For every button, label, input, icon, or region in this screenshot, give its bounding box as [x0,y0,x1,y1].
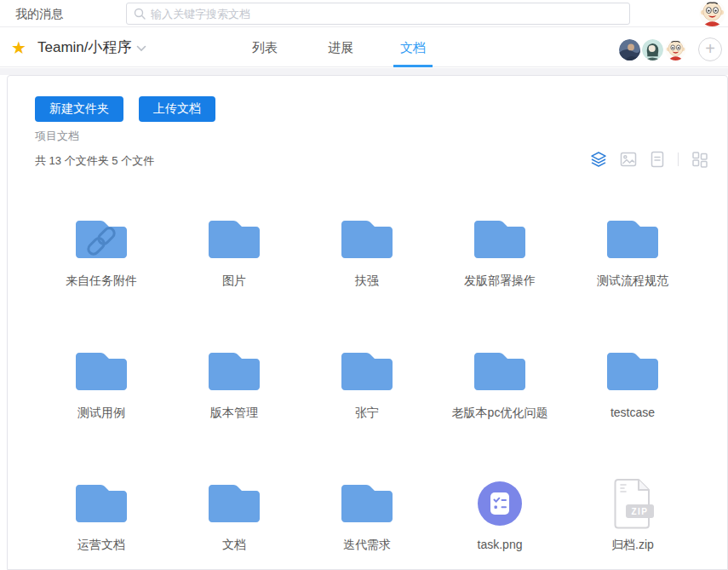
folder-item[interactable]: 图片 [168,216,301,348]
folder-item[interactable]: 文档 [168,480,301,570]
member-avatar[interactable] [618,38,641,61]
current-user-avatar[interactable] [699,0,725,26]
folder-item[interactable]: 版本管理 [168,348,301,480]
folder-item[interactable]: 测试流程规范 [566,216,699,348]
item-label: 图片 [222,273,246,288]
folder-item[interactable]: testcase [566,348,699,480]
folder-icon [340,216,394,263]
folder-item[interactable]: 老版本pc优化问题 [433,348,566,480]
folder-icon [605,348,660,395]
folder-item[interactable]: 迭代需求 [301,480,433,570]
folder-icon [340,480,394,527]
folder-item[interactable]: 来自任务附件 [35,216,168,348]
item-label: 测试用例 [77,405,125,420]
item-label: 版本管理 [210,405,258,420]
layers-icon[interactable] [590,151,607,168]
add-member-button[interactable]: + [698,37,722,61]
folder-icon [473,348,527,395]
item-label: 张宁 [355,405,379,420]
member-avatar[interactable] [664,38,687,61]
my-messages-link[interactable]: 我的消息 [15,0,63,27]
item-label: 发版部署操作 [464,273,536,288]
item-label: 运营文档 [77,537,125,552]
document-filter-icon[interactable] [650,151,665,168]
upload-document-button[interactable]: 上传文档 [139,96,215,122]
linked-folder-icon [74,216,129,263]
top-message-bar: 我的消息 [0,0,728,27]
item-label: 归档.zip [611,537,654,552]
folder-item[interactable]: 发版部署操作 [433,216,566,348]
folder-icon [74,480,129,527]
folder-icon [340,348,394,395]
documents-panel: 新建文件夹 上传文档 项目文档 共 13 个文件夹 5 个文件 来自任务附件 图… [7,75,728,570]
folder-icon [74,348,129,395]
svg-text:ZIP: ZIP [631,507,648,516]
item-label: 迭代需求 [343,537,391,552]
folder-icon [207,480,261,527]
folder-icon [605,216,660,263]
folder-file-count: 共 13 个文件夹 5 个文件 [35,153,154,169]
page-background-strip [0,68,728,75]
divider [678,153,679,166]
image-filter-icon[interactable] [620,152,637,167]
tab-progress[interactable]: 进展 [328,28,353,67]
tab-list[interactable]: 列表 [252,28,278,67]
folder-item[interactable]: 运营文档 [35,480,168,570]
folder-item[interactable]: 扶强 [301,216,433,348]
folder-item[interactable]: 张宁 [301,348,433,480]
project-title[interactable]: Teamin/小程序 [37,37,132,57]
item-label: 文档 [222,537,246,552]
document-grid: 来自任务附件 图片 扶强 发版部署操作 测试流程规范 测试用例 版本管理 张宁 … [35,216,699,570]
folder-icon [207,216,261,263]
item-label: 测试流程规范 [597,273,668,288]
view-switcher [590,151,708,168]
new-folder-button[interactable]: 新建文件夹 [35,96,123,122]
item-label: 来自任务附件 [66,273,137,288]
tab-documents[interactable]: 文档 [400,28,426,67]
task-image-thumbnail [478,480,522,527]
item-label: task.png [478,537,523,552]
magnifier-icon [134,8,146,20]
item-label: 老版本pc优化问题 [452,405,548,420]
project-nav-bar: ★ Teamin/小程序 列表 进展 文档 [0,28,728,67]
folder-icon [473,216,527,263]
item-label: testcase [610,405,655,420]
chevron-down-icon[interactable] [136,45,146,52]
star-icon[interactable]: ★ [11,36,26,60]
search-input[interactable] [151,8,629,20]
file-item[interactable]: task.png [433,480,566,570]
member-avatar[interactable] [641,38,664,61]
grid-view-icon[interactable] [691,151,708,168]
zip-file-icon: ZIP [609,480,656,527]
document-search-box[interactable] [126,3,630,25]
folder-item[interactable]: 测试用例 [35,348,168,480]
item-label: 扶强 [355,273,379,288]
section-label: 项目文档 [35,129,79,144]
folder-icon [207,348,261,395]
file-item[interactable]: ZIP 归档.zip [566,480,699,570]
